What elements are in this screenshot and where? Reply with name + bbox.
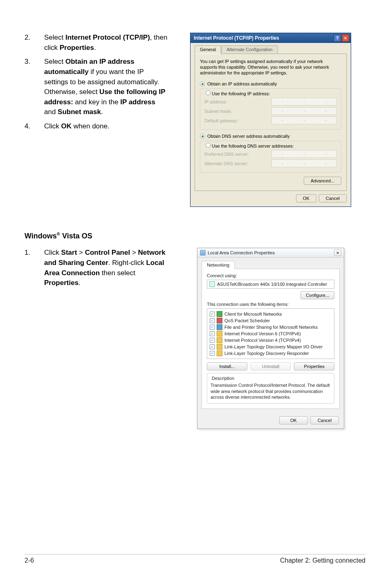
component-icon	[217, 350, 222, 356]
radio-icon	[200, 81, 205, 86]
label-preferred-dns: Preferred DNS server:	[204, 152, 271, 157]
list-item[interactable]: ✓Client for Microsoft Networks	[210, 311, 332, 317]
xp-tabs: General Alternate Configuration	[195, 45, 347, 54]
tab-alternate-config[interactable]: Alternate Configuration	[221, 45, 278, 54]
step-text: Click OK when done.	[44, 121, 168, 132]
instruction-block-1: 2.Select Internet Protocol (TCP/IP), the…	[25, 33, 168, 207]
help-icon[interactable]: ?	[334, 34, 341, 42]
list-item[interactable]: ✓QoS Packet Scheduler	[210, 317, 332, 324]
uninstall-button[interactable]: Uninstall	[251, 362, 291, 370]
adapter-icon	[209, 281, 215, 287]
component-icon	[217, 344, 222, 350]
cancel-button[interactable]: Cancel	[319, 194, 347, 202]
component-icon	[217, 318, 222, 323]
label-alternate-dns: Alternate DNS server:	[204, 161, 271, 166]
label-description: Description	[211, 376, 235, 381]
checkbox-icon[interactable]: ✓	[210, 331, 215, 336]
page-number: 2-6	[25, 557, 34, 564]
list-item-label: QoS Packet Scheduler	[224, 318, 270, 323]
step-list-bottom: 1.Click Start > Control Panel > Network …	[25, 248, 168, 288]
checkbox-icon[interactable]: ✓	[210, 338, 215, 343]
step-number: 3.	[25, 57, 44, 117]
group-dns-manual: Use the following DNS server addresses: …	[200, 141, 341, 173]
list-item[interactable]: ✓Link-Layer Topology Discovery Responder	[210, 350, 332, 357]
list-item[interactable]: ✓File and Printer Sharing for Microsoft …	[210, 324, 332, 330]
adapter-field: ASUSTeK/Broadcom 440x 10/100 Integrated …	[207, 280, 334, 289]
step-list-top: 2.Select Internet Protocol (TCP/IP), the…	[25, 33, 168, 132]
close-icon[interactable]: ×	[342, 34, 349, 42]
group-description: Description Transmission Control Protoco…	[207, 373, 334, 404]
label-subnet-mask: Subnet mask:	[204, 109, 271, 114]
configure-button[interactable]: Configure...	[300, 291, 334, 299]
step-item: 3.Select Obtain an IP address automatica…	[25, 57, 168, 117]
xp-description: You can get IP settings assigned automat…	[200, 59, 341, 76]
radio-obtain-dns-auto[interactable]: Obtain DNS server address automatically	[200, 134, 341, 139]
component-icon	[217, 324, 222, 330]
input-default-gateway	[271, 117, 337, 124]
adapter-name: ASUSTeK/Broadcom 440x 10/100 Integrated …	[217, 282, 327, 287]
list-item[interactable]: ✓Internet Protocol Version 6 (TCP/IPv6)	[210, 330, 332, 337]
advanced-button[interactable]: Advanced...	[304, 177, 341, 185]
radio-icon[interactable]	[206, 90, 211, 95]
checkbox-icon[interactable]: ✓	[210, 312, 215, 316]
tab-general[interactable]: General	[195, 45, 221, 54]
vista-lac-dialog: Local Area Connection Properties ✕ Netwo…	[197, 248, 344, 429]
input-subnet-mask	[271, 107, 337, 115]
component-icon	[217, 311, 222, 317]
properties-button[interactable]: Properties	[294, 362, 334, 370]
step-text: Select Internet Protocol (TCP/IP), then …	[44, 33, 168, 53]
label-ip-address: IP address:	[204, 99, 271, 104]
radio-icon[interactable]	[206, 143, 211, 148]
list-item-label: Internet Protocol Version 6 (TCP/IPv6)	[224, 331, 301, 336]
step-item: 2.Select Internet Protocol (TCP/IP), the…	[25, 33, 168, 53]
radio-use-following-dns[interactable]: Use the following DNS server addresses:	[212, 144, 294, 148]
vista-titlebar: Local Area Connection Properties ✕	[197, 248, 344, 258]
xp-tcpip-dialog: Internet Protocol (TCP/IP) Properties ? …	[190, 33, 351, 207]
ok-button[interactable]: OK	[296, 194, 316, 202]
vista-panel: Connect using: ASUSTeK/Broadcom 440x 10/…	[202, 269, 340, 409]
instruction-block-2: 1.Click Start > Control Panel > Network …	[25, 248, 168, 429]
checkbox-icon[interactable]: ✓	[210, 318, 215, 323]
step-text: Select Obtain an IP address automaticall…	[44, 57, 168, 117]
list-item[interactable]: ✓Internet Protocol Version 4 (TCP/IPv4)	[210, 337, 332, 343]
list-item-label: File and Printer Sharing for Microsoft N…	[224, 325, 318, 330]
step-number: 1.	[25, 248, 44, 288]
xp-title-text: Internet Protocol (TCP/IP) Properties	[194, 35, 333, 41]
radio-use-following-ip[interactable]: Use the following IP address:	[212, 91, 270, 96]
tab-networking[interactable]: Networking	[202, 261, 235, 269]
step-item: 1.Click Start > Control Panel > Network …	[25, 248, 168, 288]
step-text: Click Start > Control Panel > Network an…	[44, 248, 168, 288]
list-item-label: Link-Layer Topology Discovery Mapper I/O…	[224, 344, 323, 349]
page-footer: 2-6 Chapter 2: Getting connected	[25, 554, 365, 564]
ok-button[interactable]: OK	[279, 416, 308, 424]
cancel-button[interactable]: Cancel	[310, 416, 339, 424]
list-item-label: Link-Layer Topology Discovery Responder	[224, 351, 309, 356]
description-text: Transmission Control Protocol/Internet P…	[211, 382, 331, 400]
step-number: 4.	[25, 121, 44, 132]
input-ip-address	[271, 98, 337, 105]
list-item[interactable]: ✓Link-Layer Topology Discovery Mapper I/…	[210, 343, 332, 350]
list-item-label: Internet Protocol Version 4 (TCP/IPv4)	[224, 338, 301, 343]
install-button[interactable]: Install...	[207, 362, 247, 370]
radio-obtain-ip-auto[interactable]: Obtain an IP address automatically	[200, 81, 341, 86]
vista-title-text: Local Area Connection Properties	[208, 250, 334, 255]
group-ip-manual: Use the following IP address: IP address…	[200, 88, 341, 130]
xp-titlebar: Internet Protocol (TCP/IP) Properties ? …	[191, 33, 351, 43]
component-icon	[217, 337, 222, 343]
component-icon	[217, 331, 222, 337]
heading-windows-vista: Windows® Vista OS	[25, 231, 365, 240]
checkbox-icon[interactable]: ✓	[210, 325, 215, 330]
chapter-label: Chapter 2: Getting connected	[280, 557, 365, 564]
label-connect-using: Connect using:	[207, 273, 334, 278]
xp-tab-content: You can get IP settings assigned automat…	[195, 54, 347, 191]
input-alternate-dns	[271, 159, 337, 167]
checkbox-icon[interactable]: ✓	[210, 344, 215, 349]
input-preferred-dns	[271, 150, 337, 158]
close-icon[interactable]: ✕	[334, 249, 341, 256]
label-default-gateway: Default gateway:	[204, 118, 271, 123]
network-icon	[200, 250, 206, 256]
connection-items-list[interactable]: ✓Client for Microsoft Networks✓QoS Packe…	[207, 308, 334, 359]
checkbox-icon[interactable]: ✓	[210, 351, 215, 356]
radio-icon	[200, 134, 205, 139]
step-item: 4.Click OK when done.	[25, 121, 168, 132]
